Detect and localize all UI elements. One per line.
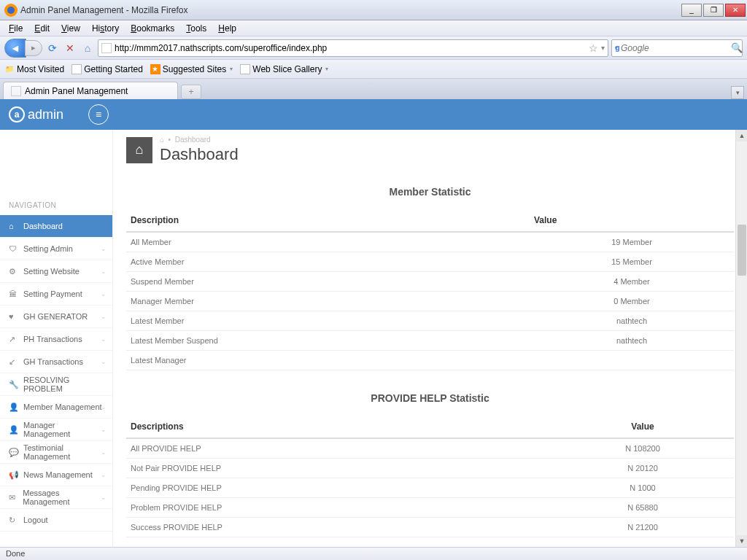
menu-file[interactable]: File bbox=[3, 22, 28, 35]
sidebar-icon: 👤 bbox=[9, 402, 18, 412]
menu-tools[interactable]: Tools bbox=[180, 22, 212, 35]
cell-value bbox=[530, 351, 734, 370]
cell-value: N 20120 bbox=[551, 459, 734, 478]
sidebar-item-manager-management[interactable]: 👤Manager Management⌄ bbox=[0, 419, 112, 441]
cell-desc: Latest Member Suspend bbox=[126, 331, 530, 351]
app-logo[interactable]: a admin bbox=[9, 106, 63, 122]
nav-toolbar: ◄ ▸ ⟳ ✕ ⌂ ☆ ▾ ▾ 🔍 bbox=[0, 36, 747, 60]
cell-desc: Problem PROVIDE HELP bbox=[126, 498, 551, 518]
ph-stat-table: Descriptions Value All PROVIDE HELPN 108… bbox=[126, 416, 734, 537]
tab-list-dropdown[interactable]: ▾ bbox=[731, 86, 744, 99]
table-row: Suspend Member4 Member bbox=[126, 272, 734, 292]
cell-desc: All Member bbox=[126, 232, 530, 252]
sidebar-icon: ⌂ bbox=[9, 222, 18, 230]
member-stat-table: Description Value All Member19 MemberAct… bbox=[126, 209, 734, 370]
url-input[interactable] bbox=[115, 43, 586, 53]
main-content[interactable]: ⌂ ⌂ • Dashboard Dashboard Member Statist… bbox=[113, 130, 747, 547]
minimize-button[interactable]: _ bbox=[681, 4, 702, 17]
col-descriptions: Descriptions bbox=[126, 416, 551, 438]
url-bar[interactable]: ☆ ▾ bbox=[98, 39, 608, 57]
app-viewport: a admin ≡ NAVIGATION ⌂Dashboard🛡Setting … bbox=[0, 99, 747, 547]
chevron-down-icon: ⌄ bbox=[101, 494, 107, 501]
sidebar-icon: ⚙ bbox=[9, 267, 18, 276]
chevron-down-icon: ⌄ bbox=[101, 426, 107, 433]
status-text: Done bbox=[6, 549, 25, 558]
sidebar-item-label: Setting Admin bbox=[23, 244, 73, 253]
sidebar-item-dashboard[interactable]: ⌂Dashboard bbox=[0, 215, 112, 238]
cell-desc: Latest Member bbox=[126, 311, 530, 331]
stop-icon[interactable]: ✕ bbox=[63, 41, 77, 55]
member-stat-title: Member Statistic bbox=[126, 186, 734, 198]
logo-text: admin bbox=[28, 107, 63, 122]
sidebar-item-testimonial-management[interactable]: 💬Testimonial Management⌄ bbox=[0, 441, 112, 464]
search-input[interactable] bbox=[621, 43, 731, 53]
bookmark-getting-started[interactable]: Getting Started bbox=[71, 64, 143, 74]
status-bar: Done bbox=[0, 547, 747, 560]
sidebar-item-setting-website[interactable]: ⚙Setting Website⌄ bbox=[0, 260, 112, 283]
sidebar-icon: ↻ bbox=[9, 516, 18, 525]
chevron-down-icon: ⌄ bbox=[101, 335, 107, 343]
sidebar-item-gh-generator[interactable]: ♥GH GENERATOR⌄ bbox=[0, 306, 112, 328]
sidebar-item-member-management[interactable]: 👤Member Management⌄ bbox=[0, 396, 112, 419]
page-icon bbox=[240, 64, 250, 74]
window-title: Admin Panel Management - Mozilla Firefox bbox=[20, 5, 681, 15]
sidebar-item-news-management[interactable]: 📢News Management⌄ bbox=[0, 464, 112, 486]
menu-bookmarks[interactable]: Bookmarks bbox=[125, 22, 180, 35]
reload-icon[interactable]: ⟳ bbox=[45, 41, 60, 55]
close-button[interactable]: ✕ bbox=[725, 4, 746, 17]
vertical-scrollbar[interactable]: ▲ ▼ bbox=[735, 130, 747, 547]
bookmark-suggested-sites[interactable]: ★Suggested Sites▾ bbox=[150, 64, 233, 74]
bookmarks-bar: 📁Most Visited Getting Started ★Suggested… bbox=[0, 60, 747, 79]
cell-value: 4 Member bbox=[530, 272, 734, 292]
menu-view[interactable]: View bbox=[55, 22, 86, 35]
sidebar-item-resolving-problem[interactable]: 🔧RESOLVING PROBLEM bbox=[0, 373, 112, 396]
sidebar-item-setting-admin[interactable]: 🛡Setting Admin⌄ bbox=[0, 238, 112, 260]
scroll-down-arrow[interactable]: ▼ bbox=[736, 535, 747, 547]
menu-toggle-button[interactable]: ≡ bbox=[88, 104, 109, 125]
sidebar-item-messages-management[interactable]: ✉Messages Management⌄ bbox=[0, 486, 112, 509]
firefox-icon bbox=[4, 4, 18, 17]
menu-history[interactable]: History bbox=[86, 22, 125, 35]
forward-button[interactable]: ▸ bbox=[25, 40, 42, 56]
table-row: Latest Membernathtech bbox=[126, 311, 734, 331]
sidebar-item-setting-payment[interactable]: 🏛Setting Payment⌄ bbox=[0, 283, 112, 306]
bookmark-star-icon[interactable]: ☆ bbox=[589, 42, 598, 54]
sidebar-item-label: RESOLVING PROBLEM bbox=[23, 376, 104, 393]
table-row: Manager Member0 Member bbox=[126, 292, 734, 311]
search-bar[interactable]: ▾ 🔍 bbox=[611, 39, 743, 57]
tab-admin-panel[interactable]: Admin Panel Management bbox=[3, 82, 178, 99]
bookmark-web-slice[interactable]: Web Slice Gallery▾ bbox=[240, 64, 328, 74]
table-row: Not Pair PROVIDE HELPN 20120 bbox=[126, 459, 734, 478]
chevron-down-icon: ▾ bbox=[325, 66, 328, 72]
scroll-up-arrow[interactable]: ▲ bbox=[736, 130, 747, 141]
sidebar-item-label: Member Management bbox=[23, 402, 102, 411]
sidebar: NAVIGATION ⌂Dashboard🛡Setting Admin⌄⚙Set… bbox=[0, 130, 113, 547]
cell-value: 15 Member bbox=[530, 252, 734, 272]
tab-favicon bbox=[11, 86, 21, 96]
cell-value: nathtech bbox=[530, 331, 734, 351]
bookmark-most-visited[interactable]: 📁Most Visited bbox=[4, 64, 64, 74]
table-row: All Member19 Member bbox=[126, 232, 734, 252]
sidebar-item-label: Setting Website bbox=[23, 267, 80, 276]
cell-value: N 1000 bbox=[551, 478, 734, 498]
chevron-down-icon: ⌄ bbox=[101, 403, 107, 411]
maximize-button[interactable]: ❐ bbox=[703, 4, 724, 17]
home-icon[interactable]: ⌂ bbox=[80, 41, 95, 55]
search-icon[interactable]: 🔍 bbox=[731, 42, 743, 53]
sidebar-icon: 💬 bbox=[9, 448, 18, 457]
cell-desc: Not Pair PROVIDE HELP bbox=[126, 459, 551, 478]
sidebar-item-logout[interactable]: ↻Logout bbox=[0, 509, 112, 532]
scrollbar-thumb[interactable] bbox=[738, 225, 746, 276]
back-button[interactable]: ◄ bbox=[4, 39, 26, 58]
new-tab-button[interactable]: + bbox=[181, 85, 201, 99]
url-dropdown-icon[interactable]: ▾ bbox=[601, 44, 605, 52]
cell-value: 19 Member bbox=[530, 232, 734, 252]
sidebar-icon: ♥ bbox=[9, 312, 18, 321]
menu-edit[interactable]: Edit bbox=[28, 22, 55, 35]
tab-bar: Admin Panel Management + ▾ bbox=[0, 79, 747, 99]
chevron-down-icon: ⌄ bbox=[101, 358, 107, 365]
sidebar-item-gh-transactions[interactable]: ↙GH Transactions⌄ bbox=[0, 351, 112, 373]
menu-help[interactable]: Help bbox=[212, 22, 242, 35]
menu-bar: File Edit View History Bookmarks Tools H… bbox=[0, 20, 747, 36]
sidebar-item-ph-transactions[interactable]: ↗PH Transactions⌄ bbox=[0, 328, 112, 351]
